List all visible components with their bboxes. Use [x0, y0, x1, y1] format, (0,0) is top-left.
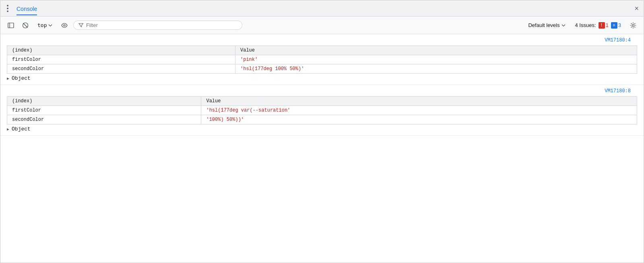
default-levels-button[interactable]: Default levels [525, 21, 568, 29]
table-cell-value: 'pink' [235, 55, 637, 64]
close-button[interactable]: × [634, 5, 639, 12]
object-expander-2[interactable]: ▶ Object [0, 124, 644, 134]
clear-console-button[interactable] [20, 20, 31, 31]
filter-icon [78, 23, 83, 28]
eye-icon [61, 22, 68, 29]
settings-button[interactable] [627, 20, 639, 31]
table-row: firstColor 'hsl(177deg var(--saturation' [7, 106, 637, 115]
table-cell-index: firstColor [7, 106, 201, 115]
object-label-1: Object [12, 75, 31, 81]
console-table-2: (index) Value firstColor 'hsl(177deg var… [7, 96, 637, 124]
triangle-icon: ▶ [7, 127, 9, 132]
table-header-index-1: (index) [7, 46, 235, 55]
table-cell-index: secondColor [7, 64, 235, 74]
context-selector[interactable]: top [34, 21, 56, 29]
console-table-1: (index) Value firstColor 'pink' secondCo… [7, 46, 637, 74]
table-row: secondColor 'hsl(177deg 100% 50%)' [7, 64, 637, 74]
sidebar-icon [8, 22, 14, 29]
table-cell-value: 'hsl(177deg var(--saturation' [201, 106, 637, 115]
table-cell-index: secondColor [7, 115, 201, 124]
object-label-2: Object [12, 126, 31, 132]
log-entry: VM17180:8 (index) Value firstColor 'hsl(… [0, 85, 644, 136]
console-tab[interactable]: Console [17, 2, 37, 15]
error-count-badge[interactable]: ! 1 [599, 22, 609, 29]
filter-wrapper [73, 21, 242, 30]
title-bar: Console × [0, 0, 644, 17]
issues-label: 4 Issues: [575, 22, 596, 28]
clear-icon [22, 22, 29, 29]
log-entry: VM17180:4 (index) Value firstColor 'pink… [0, 34, 644, 85]
svg-point-4 [64, 25, 65, 26]
table-cell-value: '100%) 50%))' [201, 115, 637, 124]
svg-line-3 [23, 23, 28, 27]
triangle-icon: ▶ [7, 76, 9, 81]
table-cell-value: 'hsl(177deg 100% 50%)' [235, 64, 637, 74]
svg-rect-0 [8, 23, 14, 28]
context-label: top [37, 22, 47, 28]
devtools-window: Console × top [0, 0, 644, 263]
issues-count: 4 Issues: ! 1 ≡ 3 [572, 22, 625, 29]
error-icon: ! [599, 22, 605, 29]
warning-count-badge[interactable]: ≡ 3 [611, 22, 621, 29]
live-expressions-button[interactable] [59, 20, 70, 31]
warning-count: 3 [618, 22, 621, 28]
table-row: firstColor 'pink' [7, 55, 637, 64]
table-header-index-2: (index) [7, 97, 201, 106]
levels-chevron-icon [561, 24, 566, 27]
table-header-value-1: Value [235, 46, 637, 55]
sidebar-toggle-button[interactable] [5, 20, 17, 31]
object-expander-1[interactable]: ▶ Object [0, 74, 644, 83]
gear-icon [630, 22, 636, 29]
source-link-1[interactable]: VM17180:4 [605, 37, 637, 44]
error-count: 1 [606, 22, 609, 28]
console-content: VM17180:4 (index) Value firstColor 'pink… [0, 34, 644, 263]
more-options-button[interactable] [5, 3, 10, 14]
table-header-value-2: Value [201, 97, 637, 106]
title-bar-left: Console [5, 2, 37, 15]
filter-input[interactable] [86, 22, 237, 28]
chevron-down-icon [48, 24, 52, 27]
table-row: secondColor '100%) 50%))' [7, 115, 637, 124]
svg-point-5 [632, 24, 634, 26]
table-cell-index: firstColor [7, 55, 235, 64]
info-icon: ≡ [611, 22, 617, 29]
toolbar: top Default levels [0, 17, 644, 34]
source-link-2[interactable]: VM17180:8 [605, 87, 637, 95]
default-levels-label: Default levels [528, 22, 559, 28]
